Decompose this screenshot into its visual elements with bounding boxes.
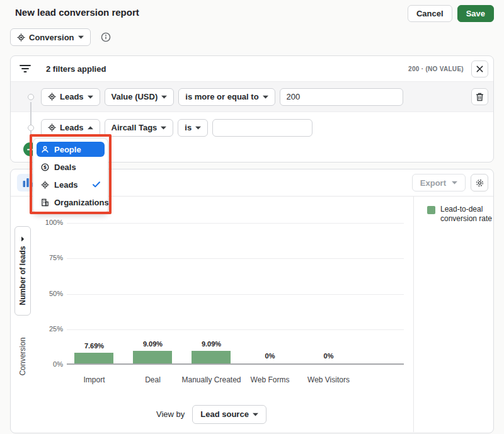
deal-icon: $ xyxy=(41,163,49,171)
bar-slot: 9.09%Manually Created xyxy=(182,223,241,365)
view-by-label: View by xyxy=(156,409,185,419)
bar-value-label: 9.09% xyxy=(182,340,241,348)
category-label: Web Visitors xyxy=(287,375,370,384)
chevron-down-icon xyxy=(253,413,258,416)
bar[interactable] xyxy=(192,351,231,363)
bar-value-label: 0% xyxy=(299,352,358,360)
organization-icon xyxy=(41,198,49,207)
menu-item-leads[interactable]: Leads xyxy=(37,177,105,192)
lead-target-icon xyxy=(48,93,56,101)
chevron-icon xyxy=(21,236,25,241)
menu-item-deals[interactable]: $ Deals xyxy=(37,159,105,174)
lead-target-icon xyxy=(48,123,56,132)
filter-node-circle xyxy=(28,125,34,131)
svg-text:$: $ xyxy=(43,164,47,170)
y-axis-metric-label: Number of leads xyxy=(18,246,27,305)
filter1-entity-label: Leads xyxy=(60,92,84,101)
gear-icon xyxy=(475,178,484,188)
filter1-entity-dropdown[interactable]: Leads xyxy=(41,88,100,106)
chevron-down-icon xyxy=(195,126,201,130)
filter1-value-input[interactable] xyxy=(280,88,403,106)
bar-value-label: 0% xyxy=(241,352,299,360)
top-actions: Cancel Save xyxy=(408,5,494,22)
bar[interactable] xyxy=(133,351,172,363)
view-by-row: View by Lead source xyxy=(156,404,266,424)
check-icon xyxy=(93,181,100,188)
entity-selector-button[interactable]: Conversion xyxy=(10,28,91,46)
filter2-field-label: Aircall Tags xyxy=(112,123,158,132)
filter2-operator-dropdown[interactable]: is xyxy=(178,119,208,137)
y-tick-label: 50% xyxy=(37,290,63,297)
bar-chart-icon xyxy=(22,178,33,188)
chart-settings-button[interactable] xyxy=(471,174,488,191)
export-button[interactable]: Export xyxy=(412,174,466,191)
menu-item-organizations[interactable]: Organizations xyxy=(37,195,105,210)
y-tick-label: 0% xyxy=(37,360,63,368)
lead-target-icon xyxy=(17,33,25,42)
chevron-down-icon xyxy=(88,95,93,99)
bar-slot: 0%Web Visitors xyxy=(299,223,358,365)
y-tick-label: 100% xyxy=(37,219,63,226)
y-axis-metric-button[interactable]: Number of leads xyxy=(14,226,31,316)
person-icon xyxy=(41,146,49,154)
bar-value-label: 9.09% xyxy=(123,340,182,348)
chevron-down-icon xyxy=(161,126,166,130)
legend-label: Lead-to-deal conversion rate xyxy=(440,205,492,224)
delete-filter-button[interactable] xyxy=(471,88,488,105)
bar-slot: 9.09%Deal xyxy=(123,223,182,365)
cancel-button[interactable]: Cancel xyxy=(408,5,452,22)
y-tick-label: 25% xyxy=(37,325,63,333)
bar-slot: 7.69%Import xyxy=(65,223,123,365)
filter-node-circle xyxy=(28,94,34,100)
filter2-value-input[interactable] xyxy=(212,119,312,137)
filter1-operator-label: is more or equal to xyxy=(185,92,258,101)
filter1-field-dropdown[interactable]: Value (USD) xyxy=(105,88,175,106)
filter-row: Leads Value (USD) is more or equal to xyxy=(11,81,493,112)
chevron-down-icon xyxy=(161,95,167,99)
filters-meta: 200 · (NO VALUE) xyxy=(408,66,464,72)
chevron-up-icon xyxy=(88,126,93,130)
entity-bar: Conversion xyxy=(10,28,111,46)
close-icon xyxy=(476,66,483,72)
filter2-entity-dropdown-open[interactable]: Leads xyxy=(41,119,100,137)
info-icon[interactable] xyxy=(101,32,111,42)
bar-slot: 0%Web Forms xyxy=(241,223,299,365)
filter2-operator-label: is xyxy=(185,123,192,132)
chart-plot: 0%25%50%75%100%7.69%Import9.09%Deal9.09%… xyxy=(67,223,404,365)
chevron-down-icon xyxy=(78,35,84,39)
legend-item: Lead-to-deal conversion rate xyxy=(427,205,492,224)
chevron-down-icon xyxy=(263,95,268,99)
filter1-operator-dropdown[interactable]: is more or equal to xyxy=(178,88,275,106)
filter1-field-label: Value (USD) xyxy=(112,92,158,101)
y-tick-label: 75% xyxy=(37,254,63,261)
trash-wrap xyxy=(471,88,488,105)
save-button[interactable]: Save xyxy=(457,5,494,22)
filters-header: 2 filters applied 200 · (NO VALUE) xyxy=(11,56,493,81)
chevron-down-icon xyxy=(452,181,457,185)
filters-summary: 2 filters applied xyxy=(46,64,106,74)
export-label: Export xyxy=(420,178,446,188)
entity-dropdown-menu: People $ Deals Leads Organizations xyxy=(33,138,108,214)
filter-icon xyxy=(20,64,31,73)
view-by-value: Lead source xyxy=(200,409,249,419)
bar[interactable] xyxy=(74,353,113,363)
page-title: New lead conversion report xyxy=(15,7,139,18)
close-filters-button[interactable] xyxy=(471,60,488,77)
legend-swatch xyxy=(427,206,435,214)
trash-icon xyxy=(476,93,484,101)
menu-item-people[interactable]: People xyxy=(37,142,105,157)
lead-target-icon xyxy=(41,181,49,189)
bar-value-label: 7.69% xyxy=(65,342,123,350)
filter2-entity-label: Leads xyxy=(60,123,84,132)
view-by-dropdown[interactable]: Lead source xyxy=(192,405,266,424)
legend-sidebar: Lead-to-deal conversion rate xyxy=(413,197,493,432)
entity-selector-label: Conversion xyxy=(29,33,74,42)
page: New lead conversion report Cancel Save C… xyxy=(0,0,504,434)
filter-connector-line xyxy=(30,102,32,142)
conversion-axis-label: Conversion xyxy=(14,319,31,394)
filter2-field-dropdown[interactable]: Aircall Tags xyxy=(105,119,174,137)
